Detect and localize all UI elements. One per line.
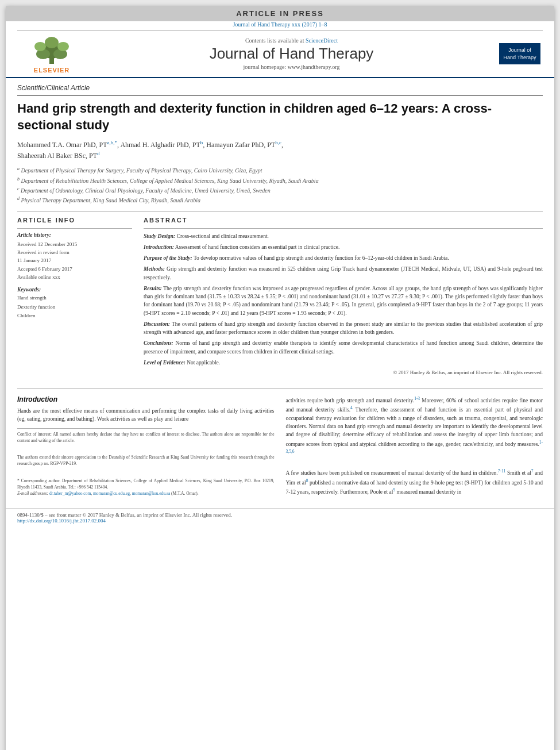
abstract-study-design: Study Design: Cross-sectional and clinic… [144, 232, 543, 240]
article-title: Hand grip strength and dexterity functio… [17, 101, 543, 133]
jht-logo-box: Journal ofHand Therapy [499, 43, 541, 64]
author3-sup: b,c [275, 140, 281, 145]
author4-name: Shaheerah Al Baker BSc, PT [17, 152, 97, 160]
footer-doi: http://dx.doi.org/10.1016/j.jht.2017.02.… [17, 518, 543, 524]
copyright-line: © 2017 Hanley & Belfus, an imprint of El… [144, 370, 543, 375]
affiliations: a Department of Physical Therapy for Sur… [17, 166, 543, 205]
svg-point-4 [45, 37, 59, 48]
measured-word: measured [397, 489, 418, 495]
article-info-header: ARTICLE INFO [17, 217, 132, 224]
science-direct-line: Contents lists available at ScienceDirec… [86, 37, 497, 44]
journal-homepage: journal homepage: www.jhandtherapy.org [86, 64, 497, 70]
doi-link[interactable]: http://dx.doi.org/10.1016/j.jht.2017.02.… [17, 518, 106, 524]
intro-heading: Introduction [17, 395, 275, 403]
keyword-2: Dexterity function [17, 303, 132, 311]
journal-logo-row: ELSEVIER Contents lists available at Sci… [6, 30, 554, 78]
homepage-text: journal homepage: www.jhandtherapy.org [244, 64, 340, 70]
ref-7-11: 7-11 [498, 468, 505, 474]
contents-text: Contents lists available at [245, 37, 304, 44]
email-link-2[interactable]: momaran@cu.edu.eg [93, 491, 130, 496]
journal-title-text: Journal of Hand Therapy [210, 45, 374, 62]
author4-sup: d [97, 151, 100, 156]
intro-left-para1: Hands are the most effective means of co… [17, 407, 275, 424]
footnote-divider [17, 428, 172, 429]
revised-label: Received in revised form [17, 248, 132, 256]
author3-name: Hamayun Zafar PhD, PT [206, 141, 275, 149]
article-type: Scientific/Clinical Article [17, 84, 543, 92]
abstract-purpose: Purpose of the Study: To develop normati… [144, 254, 543, 262]
main-content: Scientific/Clinical Article Hand grip st… [6, 78, 554, 381]
page-footer: 0894-1130/$ – see front matter © 2017 Ha… [6, 508, 554, 527]
intro-section: Introduction Hands are the most effectiv… [6, 389, 554, 502]
journal-ref-line: Journal of Hand Therapy xxx (2017) 1–8 [6, 21, 554, 28]
author2-sup: b [200, 140, 203, 145]
intro-heading-text: Introduction [17, 395, 57, 403]
elsevier-tree-icon [29, 34, 75, 66]
abstract-introduction: Introduction: Assessment of hand functio… [144, 243, 543, 251]
intro-right-para1: activities require both grip strength an… [286, 395, 543, 457]
article-in-press-banner: ARTICLE IN PRESS [6, 6, 554, 21]
abstract-discussion: Discussion: The overall patterns of hand… [144, 320, 543, 337]
abstract-level-of-evidence: Level of Evidence: Not applicable. [144, 359, 543, 367]
keyword-3: Children [17, 311, 132, 320]
abstract-conclusions: Conclusions: Norms of hand grip strength… [144, 339, 543, 356]
abstract-divider [144, 228, 543, 229]
abstract-col: ABSTRACT Study Design: Cross-sectional a… [144, 217, 543, 376]
elsevier-logo: ELSEVIER [17, 34, 86, 74]
abstract-results: Results: The grip strength and dexterity… [144, 284, 543, 317]
ref-8: 8 [306, 478, 308, 483]
intro-right-col: activities require both grip strength an… [286, 395, 543, 497]
two-col-section: ARTICLE INFO Article history: Received 1… [17, 211, 543, 376]
affiliation-c: c Department of Odontology, Clinical Ora… [17, 186, 543, 195]
banner-text: ARTICLE IN PRESS [236, 9, 324, 18]
science-direct-link[interactable]: ScienceDirect [306, 37, 338, 44]
svg-point-5 [34, 42, 46, 51]
affiliation-d: d Physical Therapy Department, King Saud… [17, 195, 543, 205]
journal-center-header: Contents lists available at ScienceDirec… [86, 37, 497, 70]
authors-line: Mohammed T.A. Omar PhD, PTa,b,*, Ahmad H… [17, 139, 543, 161]
history-label: Article history: [17, 232, 132, 238]
journal-ref-text: Journal of Hand Therapy xxx (2017) 1–8 [233, 21, 327, 28]
ref-1-3: 1-3 [414, 396, 420, 401]
affiliation-a: a Department of Physical Therapy for Sur… [17, 166, 543, 175]
elsevier-brand-text: ELSEVIER [34, 67, 69, 74]
author2-name: Ahmad H. Alghadir PhD, PT [120, 141, 200, 149]
footer-issn: 0894-1130/$ – see front matter © 2017 Ha… [17, 512, 543, 518]
ref-1-3-5-6: 1-3,5,6 [286, 440, 543, 454]
affiliation-b: b Department of Rehabilitation Health Sc… [17, 176, 543, 186]
email-link-1[interactable]: dr.taher_m@yahoo.com [49, 491, 91, 496]
received-date: Received 12 December 2015 [17, 240, 132, 248]
available-online: Available online xxx [17, 273, 132, 281]
article-divider [17, 95, 543, 96]
jht-logo: Journal ofHand Therapy [497, 43, 543, 64]
keyword-1: Hand strength [17, 294, 132, 302]
keywords-label: Keywords: [17, 287, 132, 293]
page: ARTICLE IN PRESS Journal of Hand Therapy… [6, 6, 554, 750]
intro-left-col: Introduction Hands are the most effectiv… [17, 395, 275, 497]
intro-right-para2: A few studies have been published on mea… [286, 468, 543, 496]
footnote-acknowledgment: The authors extend their sincere appreci… [17, 454, 275, 467]
ref-9: 9 [393, 487, 395, 493]
ref-7: 7 [531, 468, 534, 474]
footnote-emails: E-mail addresses: dr.taher_m@yahoo.com, … [17, 490, 275, 497]
info-divider [17, 228, 132, 229]
footnote-conflict: Conflict of interest: All named authors … [17, 431, 275, 444]
ref-4: 4 [350, 405, 353, 410]
author1-name: Mohammed T.A. Omar PhD, PT [17, 141, 107, 149]
email-link-3[interactable]: momaran@ksu.edu.sa [132, 491, 170, 496]
svg-point-6 [57, 42, 69, 51]
journal-title: Journal of Hand Therapy [86, 45, 497, 63]
article-info-col: ARTICLE INFO Article history: Received 1… [17, 217, 132, 376]
accepted-date: Accepted 6 February 2017 [17, 265, 132, 273]
abstract-header: ABSTRACT [144, 217, 543, 224]
author1-sup: a,b,* [107, 140, 118, 145]
revised-date: 11 January 2017 [17, 256, 132, 264]
footnote-corresponding: * Corresponding author. Department of Re… [17, 478, 275, 491]
abstract-methods: Methods: Grip strength and dexterity fun… [144, 265, 543, 282]
